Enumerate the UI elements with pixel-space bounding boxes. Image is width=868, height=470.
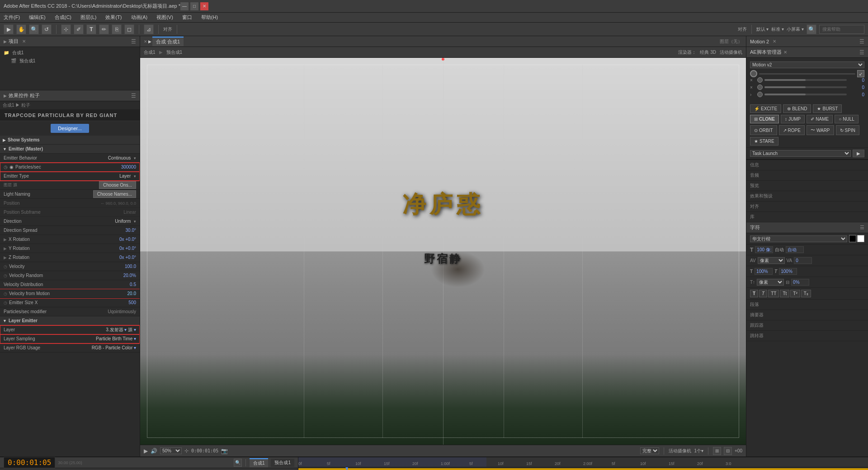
null-button[interactable]: ○ NULL xyxy=(835,115,859,123)
tl-bar-1[interactable] xyxy=(298,468,868,470)
play-icon[interactable]: ▶ xyxy=(144,448,148,454)
bold-button[interactable]: T xyxy=(750,290,758,297)
layer-rgb-select[interactable]: RGB - Particle Color ▾ xyxy=(92,345,136,350)
layer-select[interactable]: 3.发射器 ▾ 源 ▾ xyxy=(106,327,136,333)
snap-icon[interactable]: ⊹ xyxy=(184,448,189,454)
info-row-paragraph[interactable]: 段落 xyxy=(746,300,868,310)
project-tree-item2[interactable]: 🎬 预合成1 xyxy=(11,57,136,65)
y-knob[interactable] xyxy=(757,85,763,90)
maximize-button[interactable]: □ xyxy=(190,2,198,10)
menu-layer[interactable]: 图层(L) xyxy=(79,14,98,21)
excite-button[interactable]: ⚡ EXCITE xyxy=(750,104,781,113)
effect-menu-icon[interactable]: ☰ xyxy=(131,93,136,99)
motion-close-icon[interactable]: ✕ xyxy=(773,39,776,44)
warp-button[interactable]: 〜 WARP xyxy=(807,125,834,135)
minimize-button[interactable]: — xyxy=(180,2,189,10)
guides-icon[interactable]: ⊟ xyxy=(724,447,732,455)
menu-edit[interactable]: 编辑(E) xyxy=(27,14,47,21)
playhead[interactable] xyxy=(347,467,348,470)
show-systems-header[interactable]: ▶ Show Systems xyxy=(0,136,140,145)
comp-tab-tl2[interactable]: 预合成1 xyxy=(271,459,294,467)
z-knob[interactable] xyxy=(757,92,763,97)
motion-end-icon[interactable]: ↙ xyxy=(857,70,864,77)
orbit-button[interactable]: ⊙ ORBIT xyxy=(750,125,777,135)
name-button[interactable]: ✐ NAME xyxy=(807,115,833,123)
clone-button[interactable]: ⊞ CLONE xyxy=(750,115,779,123)
leading-input[interactable] xyxy=(786,246,804,253)
menu-effects[interactable]: 效果(T) xyxy=(104,14,123,21)
info-row-library[interactable]: 库 xyxy=(746,212,868,222)
play-tool[interactable]: ▶ xyxy=(4,24,14,34)
character-menu[interactable]: ☰ xyxy=(860,225,864,230)
rope-button[interactable]: ↗ ROPE xyxy=(779,125,805,135)
smallcaps-button[interactable]: Tt xyxy=(780,290,789,297)
layer-sampling-select[interactable]: Particle Birth Time ▾ xyxy=(96,336,136,341)
info-row-preview[interactable]: 预览 xyxy=(746,181,868,191)
jump-button[interactable]: ↕ JUMP xyxy=(781,115,805,123)
zoom-tool[interactable]: 🔍 xyxy=(29,24,39,34)
motion-menu-icon[interactable]: ☰ xyxy=(859,38,864,45)
menu-window[interactable]: 窗口 xyxy=(180,14,194,21)
comp-tab-tl1[interactable]: 合成1 xyxy=(250,458,269,467)
info-row-tracker[interactable]: 跟踪器 xyxy=(746,320,868,331)
scale-v-input[interactable] xyxy=(779,268,797,275)
hand-tool[interactable]: ✋ xyxy=(16,24,26,34)
choose-names-layer-button[interactable]: Choose Ons... xyxy=(99,181,136,189)
tracking-value[interactable] xyxy=(794,257,812,264)
scale-h-input[interactable] xyxy=(755,268,773,275)
tab-close-icon[interactable]: ✕ xyxy=(144,39,147,44)
tracking-select[interactable]: 像素 xyxy=(758,257,785,264)
y-slider[interactable] xyxy=(764,86,847,88)
task-launch-select[interactable]: Task Launch xyxy=(750,150,851,157)
close-button[interactable]: ✕ xyxy=(200,2,208,10)
motion-icon-button[interactable] xyxy=(750,70,757,77)
audio-icon[interactable]: 🔊 xyxy=(151,448,157,454)
select-tool[interactable]: ⊹ xyxy=(61,24,71,34)
info-row-info[interactable]: 信息 xyxy=(746,160,868,170)
blend-button[interactable]: ⊕ BLEND xyxy=(783,104,811,113)
layer-emitter-header[interactable]: ▼ Layer Emitter xyxy=(0,316,140,325)
font-family-select[interactable]: 华文行楷 xyxy=(750,235,847,242)
motion-version-select[interactable]: Motion v2 xyxy=(750,61,864,68)
z-slider[interactable] xyxy=(764,94,847,95)
font-size-input[interactable] xyxy=(755,246,773,253)
ae-script-menu[interactable]: ☰ xyxy=(859,49,864,56)
emitter-master-header[interactable]: ▼ Emitter (Master) xyxy=(0,145,140,154)
project-menu-icon[interactable]: ☰ xyxy=(131,38,136,45)
task-launch-run-button[interactable]: ▶ xyxy=(853,150,864,157)
comp-tab[interactable]: 合成 合成1 xyxy=(152,37,184,46)
x-value[interactable]: 0 xyxy=(849,78,864,83)
italic-button[interactable]: T xyxy=(759,290,767,297)
opacity-input[interactable] xyxy=(791,279,809,286)
x-slider[interactable] xyxy=(764,79,847,81)
spin-button[interactable]: ↻ SPIN xyxy=(836,125,859,135)
x-knob[interactable] xyxy=(757,77,763,83)
info-row-align[interactable]: 对齐 xyxy=(746,202,868,212)
ae-script-close[interactable]: ✕ xyxy=(783,50,787,55)
sub-button[interactable]: T₂ xyxy=(801,290,811,297)
brush-tool[interactable]: ✏ xyxy=(99,24,109,34)
baseline-select[interactable]: 像素 xyxy=(757,279,784,286)
text-color-swatch[interactable] xyxy=(849,235,856,242)
info-row-effects[interactable]: 效果和预设 xyxy=(746,191,868,202)
camera-icon[interactable]: 📷 xyxy=(221,448,228,454)
rotate-tool[interactable]: ↺ xyxy=(42,24,52,34)
info-row-summarize[interactable]: 摘要器 xyxy=(746,310,868,320)
menu-file[interactable]: 文件(F) xyxy=(2,14,22,21)
search-input[interactable] xyxy=(819,25,864,34)
canvas-area[interactable]: 净庐惑 野宿静 xyxy=(140,58,746,445)
burst-button[interactable]: ★ BURST xyxy=(813,104,842,113)
super-button[interactable]: T² xyxy=(790,290,800,297)
info-row-audio[interactable]: 音频 xyxy=(746,170,868,181)
stare-button[interactable]: ★ STARE xyxy=(750,137,778,146)
choose-names-button[interactable]: Choose Names... xyxy=(93,190,136,198)
menu-composition[interactable]: 合成(C) xyxy=(53,14,73,21)
info-row-jump[interactable]: 跳转器 xyxy=(746,331,868,341)
menu-view[interactable]: 视图(V) xyxy=(155,14,175,21)
stamp-tool[interactable]: ⎘ xyxy=(112,24,122,34)
text-tool[interactable]: T xyxy=(86,24,96,34)
designer-button[interactable]: Designer... xyxy=(51,124,89,133)
project-tree-item[interactable]: 📁 合成1 xyxy=(4,49,136,57)
zoom-select[interactable]: 50% 100% 25% xyxy=(160,447,182,454)
pen-tool[interactable]: ✐ xyxy=(74,24,84,34)
